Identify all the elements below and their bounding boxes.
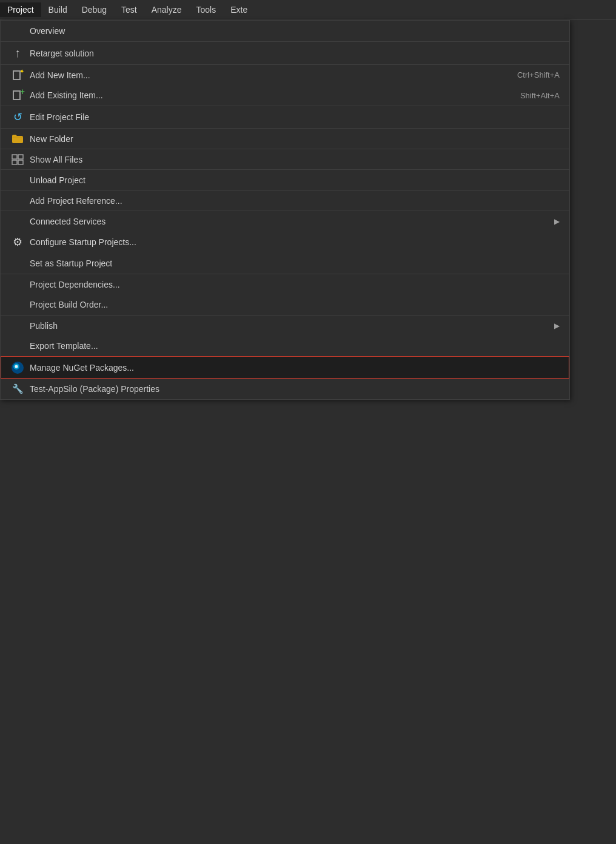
- menu-item-build-order[interactable]: Project Build Order...: [1, 294, 569, 315]
- menu-item-edit-project[interactable]: ↺ Edit Project File: [1, 106, 569, 128]
- add-new-shortcut: Ctrl+Shift+A: [517, 70, 560, 79]
- folder-icon: [8, 134, 27, 144]
- unload-label: Unload Project: [27, 175, 560, 185]
- upload-icon: ↑: [8, 46, 27, 60]
- menubar-item-debug[interactable]: Debug: [75, 2, 114, 17]
- svg-rect-2: [18, 155, 23, 159]
- publish-label: Publish: [27, 321, 554, 331]
- wrench-icon: 🔧: [8, 383, 27, 394]
- menu-item-show-files[interactable]: Show All Files: [1, 149, 569, 169]
- add-new-icon: ✦: [8, 70, 27, 81]
- nuget-icon: [8, 361, 27, 374]
- menubar-item-tools[interactable]: Tools: [189, 2, 223, 17]
- menu-item-manage-nuget[interactable]: Manage NuGet Packages...: [1, 356, 569, 379]
- export-template-label: Export Template...: [27, 341, 560, 351]
- gear-icon: ⚙: [8, 235, 27, 249]
- menu-item-add-new[interactable]: ✦ Add New Item... Ctrl+Shift+A: [1, 64, 569, 85]
- publish-arrow: ▶: [554, 322, 560, 330]
- project-menu: Overview ↑ Retarget solution ✦ Add New I…: [0, 20, 570, 400]
- menu-item-export-template[interactable]: Export Template...: [1, 336, 569, 356]
- connected-services-arrow: ▶: [554, 217, 560, 226]
- menu-item-overview[interactable]: Overview: [1, 21, 569, 41]
- menu-item-new-folder[interactable]: New Folder: [1, 128, 569, 149]
- add-existing-label: Add Existing Item...: [27, 90, 484, 100]
- menu-item-add-ref[interactable]: Add Project Reference...: [1, 190, 569, 211]
- menu-item-unload[interactable]: Unload Project: [1, 169, 569, 190]
- menubar-item-analyze[interactable]: Analyze: [144, 2, 189, 17]
- menu-item-project-deps[interactable]: Project Dependencies...: [1, 274, 569, 294]
- menu-bar: Project Build Debug Test Analyze Tools E…: [0, 0, 616, 20]
- menubar-item-test[interactable]: Test: [114, 2, 144, 17]
- set-startup-label: Set as Startup Project: [27, 258, 560, 268]
- menu-item-set-startup[interactable]: Set as Startup Project: [1, 253, 569, 274]
- configure-startup-label: Configure Startup Projects...: [27, 237, 560, 247]
- show-files-icon: [8, 154, 27, 165]
- menubar-item-project[interactable]: Project: [0, 2, 41, 17]
- menu-item-connected-services[interactable]: Connected Services ▶: [1, 211, 569, 231]
- project-deps-label: Project Dependencies...: [27, 280, 560, 289]
- overview-label: Overview: [27, 26, 560, 36]
- menu-item-retarget[interactable]: ↑ Retarget solution: [1, 41, 569, 64]
- appsilo-properties-label: Test-AppSilo (Package) Properties: [27, 384, 560, 394]
- edit-project-icon: ↺: [8, 110, 27, 124]
- add-ref-label: Add Project Reference...: [27, 196, 560, 206]
- add-existing-icon: +: [8, 90, 27, 101]
- svg-rect-1: [12, 160, 17, 164]
- menu-item-publish[interactable]: Publish ▶: [1, 315, 569, 336]
- build-order-label: Project Build Order...: [27, 300, 560, 309]
- show-files-label: Show All Files: [27, 155, 560, 164]
- add-new-label: Add New Item...: [27, 70, 481, 80]
- connected-services-label: Connected Services: [27, 217, 554, 226]
- svg-rect-3: [18, 160, 23, 164]
- retarget-label: Retarget solution: [27, 49, 560, 58]
- menubar-item-build[interactable]: Build: [41, 2, 75, 17]
- menu-item-appsilo-properties[interactable]: 🔧 Test-AppSilo (Package) Properties: [1, 379, 569, 399]
- menu-item-configure-startup[interactable]: ⚙ Configure Startup Projects...: [1, 231, 569, 253]
- add-existing-shortcut: Shift+Alt+A: [520, 91, 560, 100]
- new-folder-label: New Folder: [27, 134, 560, 144]
- menubar-item-exte[interactable]: Exte: [223, 2, 255, 17]
- svg-point-6: [15, 365, 18, 368]
- svg-rect-0: [12, 155, 17, 159]
- menu-item-add-existing[interactable]: + Add Existing Item... Shift+Alt+A: [1, 85, 569, 106]
- edit-project-label: Edit Project File: [27, 112, 560, 122]
- manage-nuget-label: Manage NuGet Packages...: [27, 363, 560, 373]
